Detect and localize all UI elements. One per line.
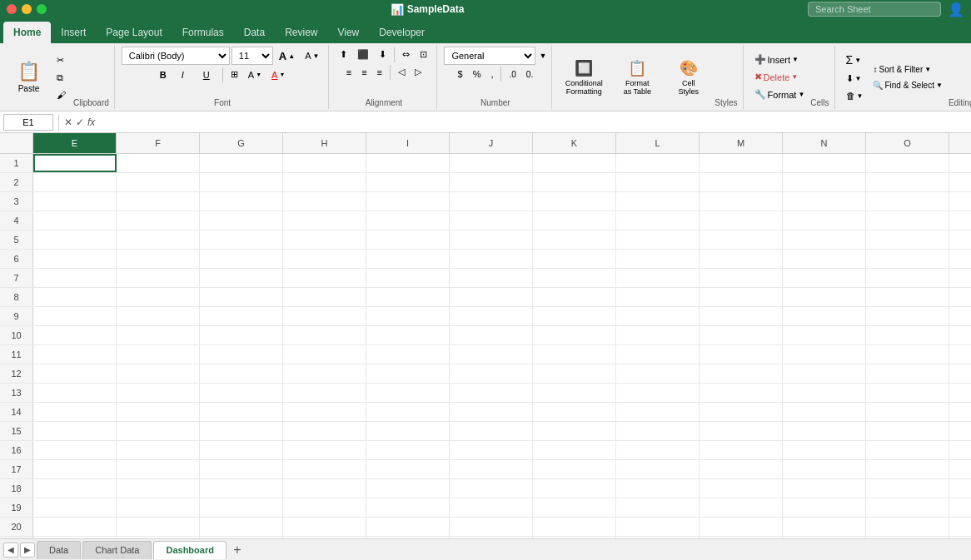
cell-P8[interactable] xyxy=(949,288,971,306)
cell-P3[interactable] xyxy=(949,192,971,211)
cell-reference-box[interactable] xyxy=(3,114,53,131)
indent-increase-button[interactable]: ▷ xyxy=(411,64,426,80)
cell-L6[interactable] xyxy=(616,250,700,268)
cell-E17[interactable] xyxy=(33,460,117,478)
row-header-19[interactable]: 19 xyxy=(0,498,33,517)
col-header-n[interactable]: N xyxy=(783,133,866,153)
cell-I12[interactable] xyxy=(366,364,450,383)
cell-E5[interactable] xyxy=(33,230,117,249)
copy-button[interactable]: ⧉ xyxy=(52,70,70,86)
cell-J5[interactable] xyxy=(450,230,533,249)
search-input[interactable] xyxy=(808,2,941,17)
cell-G8[interactable] xyxy=(200,288,283,306)
cell-H10[interactable] xyxy=(283,326,366,344)
add-sheet-button[interactable]: + xyxy=(228,541,246,559)
cell-E13[interactable] xyxy=(33,384,117,402)
cell-N20[interactable] xyxy=(783,518,866,536)
cell-K14[interactable] xyxy=(533,403,616,421)
cell-J10[interactable] xyxy=(450,326,533,344)
cell-G17[interactable] xyxy=(200,460,283,478)
clear-button[interactable]: 🗑 ▼ xyxy=(842,88,868,103)
cell-L14[interactable] xyxy=(616,403,700,421)
tab-page-layout[interactable]: Page Layout xyxy=(96,22,172,43)
sort-filter-button[interactable]: ↕ Sort & Filter ▼ xyxy=(869,62,935,77)
cell-E10[interactable] xyxy=(33,326,117,344)
cell-G1[interactable] xyxy=(200,154,283,172)
row-header-1[interactable]: 1 xyxy=(0,154,33,172)
cell-E18[interactable] xyxy=(33,479,117,498)
cell-K6[interactable] xyxy=(533,250,616,268)
cell-M16[interactable] xyxy=(700,441,783,459)
cell-P18[interactable] xyxy=(949,479,971,498)
fill-button[interactable]: ⬇ ▼ xyxy=(842,71,866,87)
sheet-tab-data[interactable]: Data xyxy=(37,541,81,559)
cell-L12[interactable] xyxy=(616,364,700,383)
cell-K17[interactable] xyxy=(533,460,616,478)
cell-F21[interactable] xyxy=(117,537,200,538)
cell-I8[interactable] xyxy=(366,288,450,306)
cell-J11[interactable] xyxy=(450,345,533,364)
row-header-6[interactable]: 6 xyxy=(0,250,33,268)
cell-I3[interactable] xyxy=(366,192,450,211)
cell-I4[interactable] xyxy=(366,211,450,230)
cell-F19[interactable] xyxy=(117,498,200,517)
col-header-k[interactable]: K xyxy=(533,133,616,153)
sheet-tab-dashboard[interactable]: Dashboard xyxy=(153,541,226,559)
cell-M17[interactable] xyxy=(700,460,783,478)
cell-I6[interactable] xyxy=(366,250,450,268)
row-header-15[interactable]: 15 xyxy=(0,422,33,440)
cell-J20[interactable] xyxy=(450,518,533,536)
sheet-nav-right[interactable]: ▶ xyxy=(20,543,35,558)
cell-K10[interactable] xyxy=(533,326,616,344)
cell-L19[interactable] xyxy=(616,498,700,517)
increase-decimal-button[interactable]: .0 xyxy=(505,67,520,82)
cell-G15[interactable] xyxy=(200,422,283,440)
close-button[interactable] xyxy=(7,4,17,14)
cell-I7[interactable] xyxy=(366,269,450,287)
cell-G12[interactable] xyxy=(200,364,283,383)
percent-button[interactable]: % xyxy=(469,67,486,82)
row-header-9[interactable]: 9 xyxy=(0,307,33,325)
cell-N13[interactable] xyxy=(783,384,866,402)
increase-font-button[interactable]: A▲ xyxy=(275,47,299,65)
cell-E8[interactable] xyxy=(33,288,117,306)
cell-H8[interactable] xyxy=(283,288,366,306)
col-header-j[interactable]: J xyxy=(450,133,533,153)
cell-P4[interactable] xyxy=(949,211,971,230)
row-header-13[interactable]: 13 xyxy=(0,384,33,402)
cell-L4[interactable] xyxy=(616,211,700,230)
border-button[interactable]: ⊞ xyxy=(227,67,242,82)
cell-N9[interactable] xyxy=(783,307,866,325)
cell-N6[interactable] xyxy=(783,250,866,268)
cell-H12[interactable] xyxy=(283,364,366,383)
cell-L16[interactable] xyxy=(616,441,700,459)
cell-P2[interactable] xyxy=(949,173,971,191)
cell-I17[interactable] xyxy=(366,460,450,478)
cell-H15[interactable] xyxy=(283,422,366,440)
cell-P16[interactable] xyxy=(949,441,971,459)
cell-O12[interactable] xyxy=(866,364,949,383)
cell-K15[interactable] xyxy=(533,422,616,440)
font-color-button[interactable]: A▼ xyxy=(267,67,289,82)
cell-F1[interactable] xyxy=(117,154,200,172)
sheet-tab-chart-data[interactable]: Chart Data xyxy=(82,541,152,559)
cell-H6[interactable] xyxy=(283,250,366,268)
comma-button[interactable]: , xyxy=(486,67,497,82)
cell-K8[interactable] xyxy=(533,288,616,306)
cell-H2[interactable] xyxy=(283,173,366,191)
cell-P17[interactable] xyxy=(949,460,971,478)
delete-cells-button[interactable]: ✖ Delete ▼ xyxy=(750,69,803,85)
cell-L1[interactable] xyxy=(616,154,700,172)
row-header-18[interactable]: 18 xyxy=(0,479,33,498)
cell-I18[interactable] xyxy=(366,479,450,498)
user-icon[interactable]: 👤 xyxy=(948,2,964,17)
cell-G18[interactable] xyxy=(200,479,283,498)
align-right-button[interactable]: ≡ xyxy=(373,65,386,80)
cell-L21[interactable] xyxy=(616,537,700,538)
row-header-7[interactable]: 7 xyxy=(0,269,33,287)
cell-G13[interactable] xyxy=(200,384,283,402)
cell-J3[interactable] xyxy=(450,192,533,211)
cell-F6[interactable] xyxy=(117,250,200,268)
cell-F9[interactable] xyxy=(117,307,200,325)
col-header-p[interactable]: P xyxy=(949,133,971,153)
